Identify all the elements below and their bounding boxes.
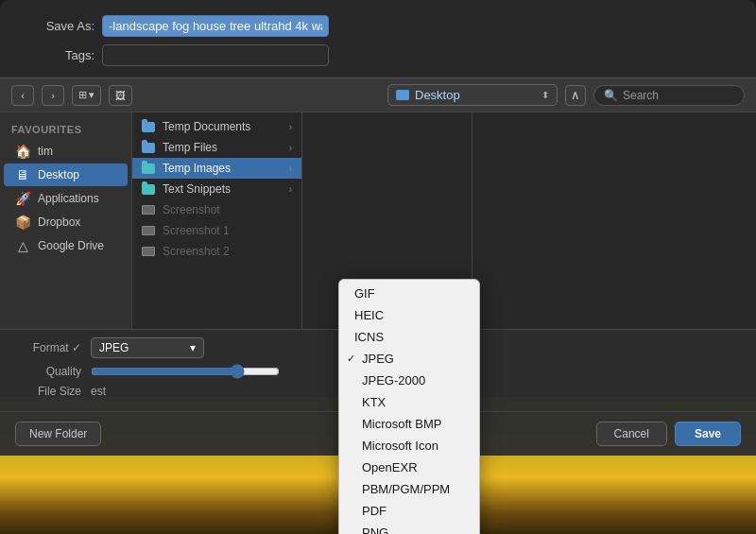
save-as-label: Save As: [19, 19, 94, 33]
dropdown-item-jpeg2000[interactable]: JPEG-2000 [339, 370, 479, 391]
quality-slider[interactable] [91, 364, 280, 379]
file-size-label: File Size [15, 385, 81, 398]
sidebar-label-applications: Applications [38, 192, 99, 205]
folder-icon [142, 120, 155, 133]
screenshot-icon [142, 203, 155, 216]
save-as-input[interactable] [102, 15, 329, 37]
desktop-icon: 🖥 [15, 167, 30, 182]
file-item-temp-files[interactable]: Temp Files › [132, 137, 301, 158]
file-label-screenshot1: Screenshot 1 [163, 224, 230, 237]
dropdown-label-jpeg: JPEG [362, 352, 394, 366]
dropdown-item-openexr[interactable]: OpenEXR [339, 456, 479, 478]
file-item-screenshot1[interactable]: Screenshot 1 [132, 220, 301, 241]
checkmark-icon: ✓ [347, 353, 358, 365]
folder-icon [142, 141, 155, 154]
file-size-value: est [91, 385, 106, 398]
tags-row: Tags: [0, 44, 756, 78]
save-button[interactable]: Save [675, 422, 741, 446]
file-label-temp-images: Temp Images [163, 162, 231, 175]
format-dropdown: GIF HEIC ICNS ✓ JPEG JPEG-2000 KTX Micro… [338, 279, 480, 534]
desktop-folder-icon [396, 90, 409, 100]
file-column-1: Temp Documents › Temp Files › Temp Image… [132, 112, 302, 329]
dropdown-item-ktx[interactable]: KTX [339, 391, 479, 413]
file-item-temp-docs[interactable]: Temp Documents › [132, 116, 301, 137]
dropbox-icon: 📦 [15, 215, 30, 230]
screenshot-icon [142, 224, 155, 237]
format-label: Format ✓ [15, 341, 81, 354]
search-box[interactable]: 🔍 Search [593, 85, 745, 106]
dropdown-item-icns[interactable]: ICNS [339, 326, 479, 348]
cancel-button[interactable]: Cancel [596, 422, 667, 446]
save-as-row: Save As: [0, 0, 756, 44]
dropdown-item-gif[interactable]: GIF [339, 283, 479, 304]
sidebar-label-desktop: Desktop [38, 168, 79, 181]
arrow-icon: › [289, 143, 292, 153]
chevron-down-icon: ▾ [89, 89, 94, 101]
new-folder-button[interactable]: New Folder [15, 422, 101, 446]
sidebar-label-dropbox: Dropbox [38, 215, 80, 229]
sidebar-label-tim: tim [38, 145, 53, 158]
format-selector[interactable]: JPEG ▾ [91, 337, 204, 358]
dropdown-item-ms-icon[interactable]: Microsoft Icon [339, 435, 479, 456]
applications-icon: 🚀 [15, 191, 30, 206]
file-label-text-snippets: Text Snippets [163, 182, 231, 196]
sidebar-section-label: Favourites [0, 120, 131, 139]
dropdown-item-pbm[interactable]: PBM/PGM/PPM [339, 478, 479, 500]
location-dropdown[interactable]: Desktop ⬍ [387, 84, 558, 106]
forward-button[interactable]: › [42, 85, 64, 106]
google-drive-icon: △ [15, 238, 30, 253]
back-button[interactable]: ‹ [11, 85, 34, 106]
arrow-icon: › [289, 164, 292, 174]
file-label-temp-docs: Temp Documents [163, 120, 250, 133]
format-value: JPEG [99, 341, 129, 354]
location-label: Desktop [415, 88, 460, 102]
view-toggle-button[interactable]: ⊞ ▾ [72, 85, 101, 106]
image-icon: 🖼 [115, 90, 126, 101]
sidebar-item-dropbox[interactable]: 📦 Dropbox [4, 211, 128, 233]
dropdown-item-png[interactable]: PNG [339, 522, 479, 534]
arrow-icon: › [289, 122, 292, 132]
home-icon: 🏠 [15, 144, 30, 159]
sidebar-item-google-drive[interactable]: △ Google Drive [4, 234, 128, 257]
file-label-screenshot: Screenshot [163, 203, 220, 216]
search-placeholder: Search [623, 89, 659, 102]
file-label-temp-files: Temp Files [163, 141, 217, 154]
folder-teal-icon [142, 162, 155, 175]
quality-label: Quality [15, 365, 81, 378]
screenshot-icon [142, 245, 155, 258]
file-column-3 [472, 112, 756, 329]
file-item-temp-images[interactable]: Temp Images › [132, 158, 301, 179]
dropdown-item-heic[interactable]: HEIC [339, 304, 479, 326]
file-item-screenshot2[interactable]: Screenshot 2 [132, 241, 301, 262]
sidebar: Favourites 🏠 tim 🖥 Desktop 🚀 Application… [0, 112, 132, 329]
dropdown-item-pdf[interactable]: PDF [339, 500, 479, 522]
sidebar-item-applications[interactable]: 🚀 Applications [4, 187, 128, 210]
tags-input[interactable] [102, 44, 329, 66]
file-label-screenshot2: Screenshot 2 [163, 245, 230, 258]
view-grid-icon: ⊞ [78, 89, 87, 101]
tags-label: Tags: [19, 48, 94, 62]
view-icon-button[interactable]: 🖼 [109, 85, 132, 106]
folder-teal-icon [142, 182, 155, 196]
arrow-icon: › [289, 184, 292, 195]
sidebar-item-tim[interactable]: 🏠 tim [4, 140, 128, 163]
sidebar-label-google-drive: Google Drive [38, 239, 104, 252]
dropdown-item-jpeg[interactable]: ✓ JPEG [339, 348, 479, 370]
updown-chevron-icon: ⬍ [541, 90, 549, 100]
sidebar-item-desktop[interactable]: 🖥 Desktop [4, 164, 128, 186]
file-item-text-snippets[interactable]: Text Snippets › [132, 179, 301, 199]
search-icon: 🔍 [604, 89, 618, 102]
toolbar: ‹ › ⊞ ▾ 🖼 Desktop ⬍ ∧ 🔍 Search [0, 78, 756, 112]
format-chevron-icon: ▾ [190, 341, 196, 354]
expand-button[interactable]: ∧ [565, 85, 586, 106]
file-item-screenshot[interactable]: Screenshot [132, 199, 301, 220]
dropdown-item-ms-bmp[interactable]: Microsoft BMP [339, 413, 479, 435]
